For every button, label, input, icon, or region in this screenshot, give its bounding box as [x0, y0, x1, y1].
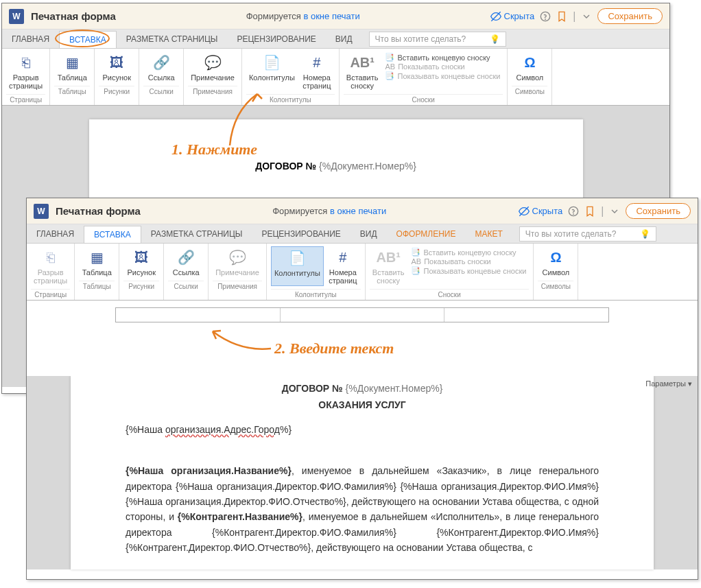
app-icon: W: [9, 9, 24, 24]
svg-point-2: [545, 19, 546, 19]
page-break-button: ⎗ Разрывстраницы: [31, 246, 70, 286]
tab-layout[interactable]: РАЗМЕТКА СТРАНИЦЫ: [141, 226, 252, 242]
help-icon[interactable]: [568, 206, 579, 217]
header-right[interactable]: [444, 308, 608, 322]
group-links: 🔗 Ссылка Ссылки: [139, 49, 184, 105]
eye-off-icon: [490, 11, 501, 22]
ab-icon: AB¹: [379, 248, 398, 267]
svg-point-5: [573, 213, 574, 214]
bookmark-icon[interactable]: [556, 11, 567, 22]
chevron-down-icon[interactable]: [581, 11, 592, 22]
hidden-toggle[interactable]: Скрыта: [519, 206, 563, 217]
annotation-step1: 1. Нажмите: [171, 141, 257, 158]
show-notes[interactable]: ABПоказывать сноски: [385, 62, 500, 71]
group-tables: ▦ Таблица Таблицы: [75, 244, 119, 300]
page-break-button[interactable]: ⎗ Разрывстраницы: [6, 51, 45, 91]
tab-view[interactable]: ВИД: [326, 31, 362, 47]
save-button[interactable]: Сохранить: [626, 203, 691, 219]
link-button[interactable]: 🔗 Ссылка: [143, 51, 179, 83]
tab-review[interactable]: РЕЦЕНЗИРОВАНИЕ: [252, 226, 350, 242]
chevron-down-icon[interactable]: [609, 206, 620, 217]
insert-endnote: 📑Вставить концевую сноску: [411, 248, 526, 257]
symbol-button[interactable]: Ω Символ: [512, 51, 547, 83]
picture-icon: 🖼: [107, 53, 126, 72]
picture-button[interactable]: 🖼 Рисунок: [99, 51, 134, 83]
ribbon: ⎗ Разрывстраницы Страницы ▦ Таблица Табл…: [27, 244, 698, 301]
note-icon: 💬: [228, 248, 247, 267]
headers-icon: 📄: [287, 248, 307, 268]
link-button[interactable]: 🔗 Ссылка: [168, 246, 204, 278]
pagenum-button[interactable]: # Номерастраниц: [299, 51, 335, 91]
tab-maket[interactable]: МАКЕТ: [465, 226, 512, 242]
headers-button[interactable]: 📄 Колонтитулы: [271, 246, 324, 286]
tab-insert[interactable]: ВСТАВКА: [59, 31, 117, 48]
hidden-toggle[interactable]: Скрыта: [490, 11, 535, 22]
ribbon-tabs: ГЛАВНАЯ ВСТАВКА РАЗМЕТКА СТРАНИЦЫ РЕЦЕНЗ…: [27, 224, 698, 244]
print-window-link[interactable]: в окне печати: [330, 206, 386, 216]
bookmark-icon[interactable]: [584, 206, 595, 217]
print-window-link[interactable]: в окне печати: [303, 11, 359, 21]
group-footnotes: AB¹ Вставитьсноску 📑Вставить концевую сн…: [366, 244, 534, 300]
tab-home[interactable]: ГЛАВНАЯ: [2, 31, 59, 47]
search-input[interactable]: Что вы хотите сделать? 💡: [369, 32, 506, 47]
group-notes: 💬 Примечание Примечания: [209, 244, 267, 300]
tab-layout[interactable]: РАЗМЕТКА СТРАНИЦЫ: [117, 31, 228, 47]
insert-endnote[interactable]: 📑Вставить концевую сноску: [385, 53, 500, 62]
header-fields[interactable]: [115, 307, 609, 322]
annotation-step2: 2. Введите текст: [274, 340, 394, 357]
bulb-icon: 💡: [490, 34, 500, 44]
footnote-small: 📑Вставить концевую сноску ABПоказывать с…: [408, 246, 529, 286]
tab-view[interactable]: ВИД: [350, 226, 387, 242]
show-endnotes[interactable]: 📑Показывать концевые сноски: [385, 71, 500, 80]
picture-button[interactable]: 🖼 Рисунок: [123, 246, 159, 278]
params-link[interactable]: Параметры ▾: [645, 379, 692, 388]
group-headers: 📄 Колонтитулы # Номерастраниц Колонтитул…: [267, 244, 366, 300]
group-links: 🔗 Ссылка Ссылки: [164, 244, 209, 300]
table-button[interactable]: ▦ Таблица: [54, 51, 90, 83]
pagenum-icon: #: [307, 53, 326, 72]
bulb-icon: 💡: [640, 229, 650, 239]
divider: |: [601, 205, 604, 217]
titlebar-right: Скрыта | Сохранить: [490, 8, 663, 24]
tab-design[interactable]: ОФОРМЛЕНИЕ: [387, 226, 466, 242]
document-area[interactable]: ДОГОВОР № {%Документ.Номер%} ОКАЗАНИЯ УС…: [27, 376, 698, 569]
header-center[interactable]: [281, 308, 445, 322]
titlebar: W Печатная форма Формируется в окне печа…: [2, 3, 669, 30]
tab-home[interactable]: ГЛАВНАЯ: [27, 226, 84, 242]
link-icon: 🔗: [176, 248, 195, 267]
footnote-small: 📑Вставить концевую сноску ABПоказывать с…: [382, 51, 503, 91]
eye-off-icon: [519, 206, 530, 217]
group-tables: ▦ Таблица Таблицы: [50, 49, 95, 105]
divider: |: [573, 10, 575, 23]
search-input[interactable]: Что вы хотите сделать? 💡: [519, 226, 656, 242]
group-footnotes: AB¹ Вставитьсноску 📑Вставить концевую сн…: [340, 49, 508, 105]
table-icon: ▦: [87, 248, 106, 267]
titlebar-right: Скрыта | Сохранить: [519, 203, 691, 219]
table-button[interactable]: ▦ Таблица: [79, 246, 115, 278]
tab-review[interactable]: РЕЦЕНЗИРОВАНИЕ: [227, 31, 325, 47]
page[interactable]: ДОГОВОР № {%Документ.Номер%} ОКАЗАНИЯ УС…: [71, 376, 654, 569]
group-pictures: 🖼 Рисунок Рисунки: [119, 244, 164, 300]
show-endnotes: 📑Показывать концевые сноски: [411, 266, 526, 275]
tab-insert[interactable]: ВСТАВКА: [84, 226, 141, 243]
doc-title: ДОГОВОР № {%Документ.Номер%}: [126, 383, 599, 394]
help-icon[interactable]: [540, 11, 551, 22]
note-icon: 💬: [203, 53, 222, 72]
pagenum-icon: #: [333, 248, 353, 267]
header-left[interactable]: [116, 308, 281, 322]
omega-icon: Ω: [546, 248, 565, 267]
pagenum-button[interactable]: # Номерастраниц: [325, 246, 361, 286]
window-title: Печатная форма: [56, 205, 141, 217]
group-pictures: 🖼 Рисунок Рисунки: [95, 49, 139, 105]
save-button[interactable]: Сохранить: [597, 8, 663, 24]
note-button[interactable]: 💬 Примечание: [188, 51, 237, 83]
note-button: 💬 Примечание: [213, 246, 262, 278]
picture-icon: 🖼: [132, 248, 151, 267]
group-symbols: Ω Символ Символы: [534, 244, 578, 300]
symbol-button[interactable]: Ω Символ: [538, 246, 573, 278]
group-symbols: Ω Символ Символы: [508, 49, 552, 105]
forming-label: Формируется в окне печати: [246, 11, 360, 21]
headers-button[interactable]: 📄 Колонтитулы: [246, 51, 298, 91]
annotation-arrow-2: [206, 328, 274, 355]
footnote-button[interactable]: AB¹ Вставитьсноску: [344, 51, 381, 91]
